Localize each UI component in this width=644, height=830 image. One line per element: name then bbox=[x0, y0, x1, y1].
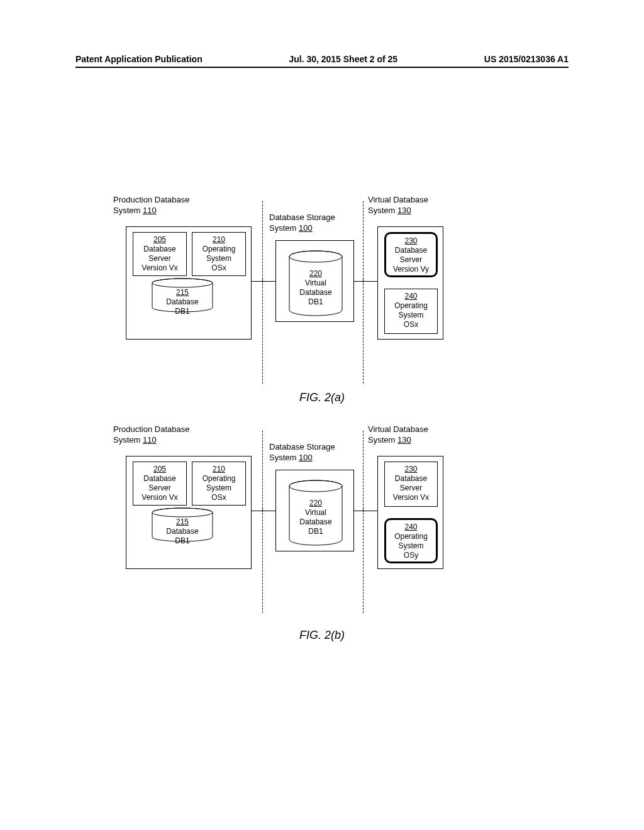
connector-storage-virtual bbox=[354, 511, 377, 511]
box-210-os: 210 Operating System OSx bbox=[192, 232, 246, 276]
box-205-db-server: 205 Database Server Version Vx bbox=[133, 232, 187, 276]
page-header: Patent Application Publication Jul. 30, … bbox=[75, 54, 569, 68]
figure-2b-caption: FIG. 2(b) bbox=[0, 629, 644, 642]
divider-right bbox=[363, 431, 364, 613]
label-storage-system: Database Storage System 100 bbox=[269, 213, 351, 234]
header-left: Patent Application Publication bbox=[75, 54, 203, 64]
figure-2a-caption: FIG. 2(a) bbox=[0, 391, 644, 404]
box-210-os: 210 Operating System OSx bbox=[192, 462, 246, 506]
divider-right bbox=[363, 201, 364, 384]
box-205-db-server: 205 Database Server Version Vx bbox=[133, 462, 187, 506]
cylinder-215-database: 215 Database DB1 bbox=[151, 507, 214, 542]
box-240-os: 240 Operating System OSx bbox=[384, 289, 438, 334]
cylinder-215-database: 215 Database DB1 bbox=[151, 278, 214, 313]
virtual-system-box: 230 Database Server Version Vy 240 Opera… bbox=[377, 226, 443, 340]
connector-storage-virtual bbox=[354, 281, 377, 282]
box-240-os: 240 Operating System OSy bbox=[384, 518, 438, 563]
divider-left bbox=[262, 431, 263, 613]
cylinder-220-virtual-db: 220 Virtual Database DB1 bbox=[278, 250, 353, 319]
label-virtual-system: Virtual Database System 130 bbox=[368, 195, 450, 216]
divider-left bbox=[262, 201, 263, 384]
label-virtual-system: Virtual Database System 130 bbox=[368, 424, 450, 446]
label-production-system: Production Database System 110 bbox=[113, 195, 201, 216]
connector-prod-storage bbox=[252, 281, 275, 282]
box-230-db-server: 230 Database Server Version Vy bbox=[384, 232, 438, 277]
tick bbox=[363, 509, 364, 512]
cylinder-220-virtual-db: 220 Virtual Database DB1 bbox=[278, 480, 353, 549]
tick bbox=[262, 509, 263, 512]
label-production-system: Production Database System 110 bbox=[113, 424, 201, 446]
header-center: Jul. 30, 2015 Sheet 2 of 25 bbox=[289, 54, 397, 64]
virtual-system-box: 230 Database Server Version Vx 240 Opera… bbox=[377, 456, 443, 569]
box-230-db-server: 230 Database Server Version Vx bbox=[384, 462, 438, 507]
tick bbox=[363, 279, 364, 283]
label-storage-system: Database Storage System 100 bbox=[269, 442, 351, 463]
connector-prod-storage bbox=[252, 511, 275, 511]
tick bbox=[262, 279, 263, 283]
header-right: US 2015/0213036 A1 bbox=[484, 54, 569, 64]
